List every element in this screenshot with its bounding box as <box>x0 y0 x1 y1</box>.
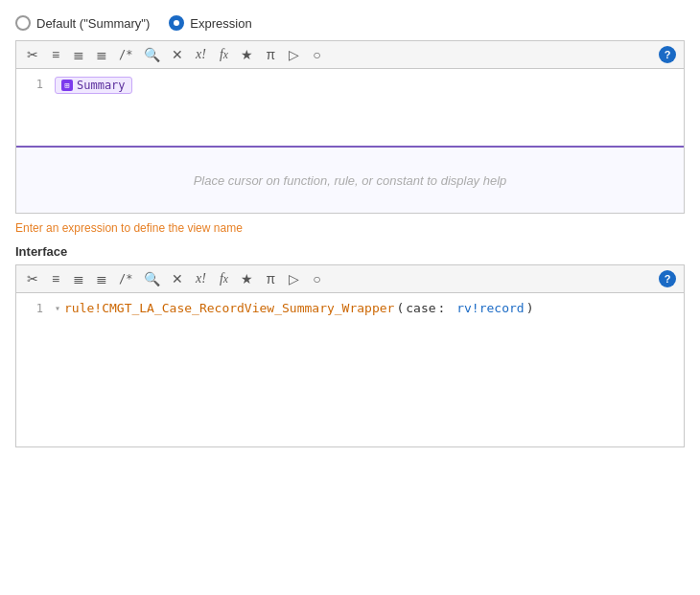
colon-text: : <box>438 301 446 315</box>
line-number-2: 1 <box>16 301 55 315</box>
fx-icon-2[interactable]: fx <box>215 269 232 288</box>
radio-group: Default ("Summary") Expression <box>15 15 685 31</box>
close-icon[interactable]: ✕ <box>169 45 186 64</box>
globe-icon[interactable]: ○ <box>308 45 325 64</box>
line-number-1: 1 <box>16 77 55 91</box>
default-radio-option[interactable]: Default ("Summary") <box>15 15 150 31</box>
pi-icon-2[interactable]: π <box>262 269 279 288</box>
help-panel: Place cursor on function, rule, or const… <box>16 146 684 213</box>
indent-left-icon[interactable]: ≡ <box>47 45 64 64</box>
toolbar-1: ✂ ≡ ≣ ≣ /* 🔍 ✕ x! fx ★ π ▷ ○ ? <box>16 41 684 69</box>
help-panel-text: Place cursor on function, rule, or const… <box>194 173 507 188</box>
help-button-2[interactable]: ? <box>659 270 676 287</box>
scissors-icon[interactable]: ✂ <box>24 45 41 64</box>
help-button-1[interactable]: ? <box>659 46 676 63</box>
expression-radio-label: Expression <box>190 16 251 31</box>
list-icon[interactable]: ≣ <box>93 45 110 64</box>
fold-arrow[interactable]: ▾ <box>55 303 60 313</box>
summary-chip[interactable]: Summary <box>55 77 132 94</box>
chip-icon <box>61 80 73 91</box>
default-radio-label: Default ("Summary") <box>36 16 150 31</box>
code-area-2[interactable]: 1 ▾rule!CMGT_LA_Case_RecordView_Summary_… <box>16 293 684 446</box>
indent-right-icon-2[interactable]: ≣ <box>70 269 87 288</box>
code-line-2: 1 ▾rule!CMGT_LA_Case_RecordView_Summary_… <box>16 301 684 320</box>
interface-label: Interface <box>15 244 685 259</box>
param-text: case <box>406 301 435 315</box>
indent-right-icon[interactable]: ≣ <box>70 45 87 64</box>
var-text: rv!record <box>456 301 524 315</box>
search-icon[interactable]: 🔍 <box>141 45 163 64</box>
play-icon[interactable]: ▷ <box>285 45 302 64</box>
default-radio-circle <box>15 15 31 31</box>
search-icon-2[interactable]: 🔍 <box>141 269 163 288</box>
chip-text: Summary <box>77 79 126 92</box>
star-icon-2[interactable]: ★ <box>238 269 256 288</box>
code-line-1: 1 Summary <box>16 77 684 96</box>
expression-radio-option[interactable]: Expression <box>169 15 251 31</box>
comment-icon[interactable]: /* <box>116 46 135 63</box>
hint-text: Enter an expression to define the view n… <box>15 221 685 235</box>
comment-icon-2[interactable]: /* <box>116 270 135 287</box>
pi-icon[interactable]: π <box>262 45 279 64</box>
indent-left-icon-2[interactable]: ≡ <box>47 269 64 288</box>
line-content-2: ▾rule!CMGT_LA_Case_RecordView_Summary_Wr… <box>55 301 684 315</box>
toolbar-2: ✂ ≡ ≣ ≣ /* 🔍 ✕ x! fx ★ π ▷ ○ ? <box>16 265 684 293</box>
code-area-1[interactable]: 1 Summary <box>16 69 684 146</box>
xi-icon[interactable]: x! <box>192 45 209 64</box>
xi-icon-2[interactable]: x! <box>192 269 209 288</box>
expression-editor-1: ✂ ≡ ≣ ≣ /* 🔍 ✕ x! fx ★ π ▷ ○ ? 1 Summary… <box>15 40 685 214</box>
line-content-1: Summary <box>55 77 684 94</box>
star-icon[interactable]: ★ <box>238 45 256 64</box>
list-icon-2[interactable]: ≣ <box>93 269 110 288</box>
globe-icon-2[interactable]: ○ <box>308 269 325 288</box>
expression-radio-circle <box>169 15 184 31</box>
play-icon-2[interactable]: ▷ <box>285 269 302 288</box>
expression-editor-2: ✂ ≡ ≣ ≣ /* 🔍 ✕ x! fx ★ π ▷ ○ ? 1 ▾rule!C… <box>15 264 685 447</box>
paren-close: ) <box>526 301 534 315</box>
paren-open: ( <box>396 301 404 315</box>
close-icon-2[interactable]: ✕ <box>169 269 186 288</box>
rule-text: rule!CMGT_LA_Case_RecordView_Summary_Wra… <box>64 301 394 315</box>
fx-icon[interactable]: fx <box>215 45 232 64</box>
scissors-icon-2[interactable]: ✂ <box>24 269 41 288</box>
